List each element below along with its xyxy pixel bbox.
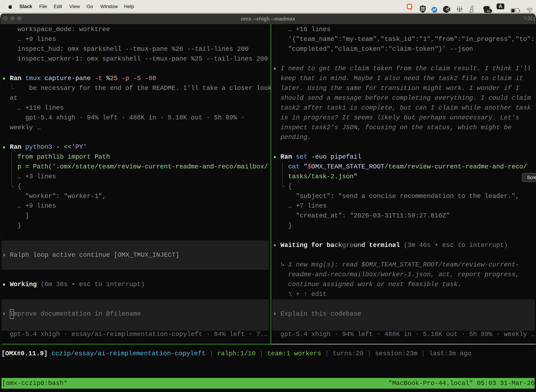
svg-text:..61: ..61	[486, 9, 490, 13]
